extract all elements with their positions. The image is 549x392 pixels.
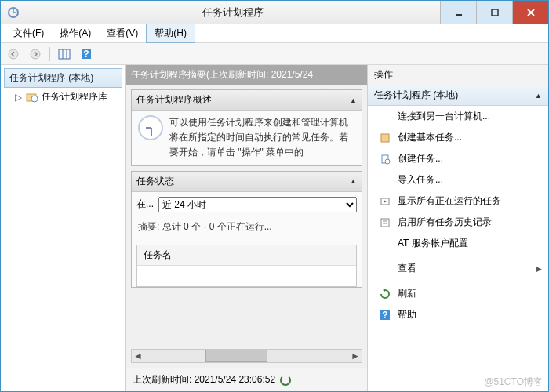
overview-panel: 任务计划程序概述 ▲ 可以使用任务计划程序来创建和管理计算机将在所指定的时间自动… [131,89,362,166]
status-row: 在... 近 24 小时 [132,192,362,217]
tree-header[interactable]: 任务计划程序 (本地) [4,68,122,88]
forward-button[interactable] [26,45,45,63]
menu-help[interactable]: 帮助(H) [146,24,195,43]
toolbar-help-button[interactable]: ? [77,45,96,63]
history-icon [379,216,391,229]
svg-rect-4 [492,9,498,16]
wizard-icon [379,132,391,144]
blank-icon [379,111,391,123]
window-buttons [440,1,548,24]
main-body: 任务计划程序 (本地) ▷ 任务计划程序库 任务计划程序摘要(上次刷新时间: 2… [1,65,548,391]
folder-clock-icon [26,91,38,103]
toolbar-separator [49,47,50,61]
action-show-running[interactable]: 显示所有正在运行的任务 [368,191,548,212]
app-icon [7,6,20,19]
svg-point-8 [31,49,40,59]
center-body: 任务计划程序概述 ▲ 可以使用任务计划程序来创建和管理计算机将在所指定的时间自动… [126,85,367,344]
menu-view[interactable]: 查看(V) [99,24,146,42]
divider [373,256,544,256]
action-at-service[interactable]: AT 服务帐户配置 [368,233,548,254]
collapse-icon: ▲ [350,96,357,104]
action-help[interactable]: ?帮助 [368,304,548,325]
running-icon [379,195,391,208]
center-pane: 任务计划程序摘要(上次刷新时间: 2021/5/24 任务计划程序概述 ▲ 可以… [126,65,368,391]
back-button[interactable] [4,45,23,63]
menu-file[interactable]: 文件(F) [5,24,52,42]
status-title: 任务状态 [136,175,174,188]
tree-pane: 任务计划程序 (本地) ▷ 任务计划程序库 [1,65,126,391]
scroll-left-icon[interactable]: ◄ [132,350,144,361]
collapse-icon: ▲ [535,92,542,100]
menu-action[interactable]: 操作(A) [52,24,99,42]
blank-icon [379,174,391,187]
titlebar: 任务计划程序 [1,1,548,24]
action-create[interactable]: 创建任务... [368,148,548,169]
svg-point-15 [31,96,38,102]
help-icon: ? [379,309,391,321]
overview-text: 可以使用任务计划程序来创建和管理计算机将在所指定的时间自动执行的常见任务。若要开… [169,115,355,161]
action-enable-history[interactable]: 启用所有任务历史记录 [368,212,548,233]
status-panel-header[interactable]: 任务状态 ▲ [132,172,362,192]
app-window: 任务计划程序 文件(F) 操作(A) 查看(V) 帮助(H) ? 任务计划程序 … [0,0,549,392]
scroll-track[interactable] [144,350,349,362]
maximize-button[interactable] [476,1,512,24]
overview-content: 可以使用任务计划程序来创建和管理计算机将在所指定的时间自动执行的常见任务。若要开… [132,111,362,165]
chevron-right-icon: ▶ [536,265,542,273]
last-refresh-text: 上次刷新时间: 2021/5/24 23:06:52 [133,373,275,387]
refresh-icon[interactable] [280,375,291,386]
divider [373,281,544,281]
menubar: 文件(F) 操作(A) 查看(V) 帮助(H) [1,24,548,43]
refresh-icon [379,288,391,300]
blank-icon [379,238,391,250]
actions-pane: 操作 任务计划程序 (本地) ▲ 连接到另一台计算机... 创建基本任务... … [368,65,548,391]
tree-item-label: 任务计划程序库 [42,90,107,103]
expand-icon[interactable]: ▷ [15,92,23,103]
task-list-body [137,266,356,286]
svg-marker-24 [383,289,385,292]
center-footer: 上次刷新时间: 2021/5/24 23:06:52 [126,368,367,391]
actions-group-title: 任务计划程序 (本地) [374,89,458,102]
svg-point-18 [385,159,390,164]
toolbar-panes-button[interactable] [55,45,74,63]
svg-rect-16 [381,134,389,142]
clock-icon [138,115,163,140]
status-range-select[interactable]: 近 24 小时 [158,197,357,212]
blank-icon [379,263,391,275]
action-create-basic[interactable]: 创建基本任务... [368,127,548,148]
status-label: 在... [136,198,154,211]
center-header: 任务计划程序摘要(上次刷新时间: 2021/5/24 [126,65,367,85]
svg-point-7 [9,49,18,59]
action-view[interactable]: 查看▶ [368,258,548,279]
tree-item-library[interactable]: ▷ 任务计划程序库 [4,88,122,106]
svg-text:?: ? [382,310,387,321]
status-panel: 任务状态 ▲ 在... 近 24 小时 摘要: 总计 0 个 - 0 个正在运行… [131,171,362,288]
actions-header: 操作 [368,65,548,85]
action-refresh[interactable]: 刷新 [368,283,548,304]
action-connect[interactable]: 连接到另一台计算机... [368,106,548,127]
action-import[interactable]: 导入任务... [368,169,548,191]
actions-group-header[interactable]: 任务计划程序 (本地) ▲ [368,85,548,106]
collapse-icon: ▲ [350,177,357,185]
toolbar: ? [1,43,548,65]
horizontal-scrollbar[interactable]: ◄ ► [131,349,362,363]
status-summary: 摘要: 总计 0 个 - 0 个正在运行... [132,217,362,237]
task-icon [379,153,391,165]
svg-rect-9 [59,49,70,59]
minimize-button[interactable] [440,1,476,24]
scroll-thumb[interactable] [205,350,267,362]
overview-panel-header[interactable]: 任务计划程序概述 ▲ [132,90,362,111]
close-button[interactable] [512,1,548,24]
window-title: 任务计划程序 [26,5,440,20]
svg-rect-21 [381,219,389,227]
task-list: 任务名 [136,245,357,287]
overview-title: 任务计划程序概述 [136,93,212,107]
svg-text:?: ? [83,49,89,60]
task-list-header[interactable]: 任务名 [137,245,356,266]
scroll-right-icon[interactable]: ► [349,350,362,361]
